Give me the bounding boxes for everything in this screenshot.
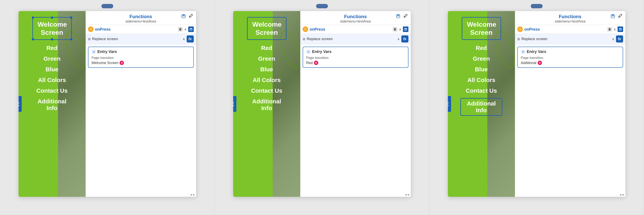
handle-br-1[interactable]	[70, 38, 72, 41]
onpress-icon-1: ⬡	[88, 27, 94, 32]
panel-1: WelcomeScreen Red Green Blue All Colors …	[0, 0, 215, 215]
db-icon2-1[interactable]	[188, 27, 194, 32]
welcome-box-1[interactable]: WelcomeScreen	[32, 17, 72, 40]
replace-screen-row-1[interactable]: ⊞ Replace screen ∧ fx	[86, 34, 196, 44]
menu-contact-3[interactable]: Contact Us	[466, 87, 497, 94]
menu-blue-3[interactable]: Blue	[475, 66, 488, 73]
fx-btn-2[interactable]: fx	[401, 35, 408, 43]
db-icon-1[interactable]	[181, 14, 186, 19]
svg-point-5	[619, 28, 622, 29]
menu-additional-2[interactable]: AdditionalInfo	[252, 98, 281, 111]
device-frame-2: WelcomeScreen Red Green Blue All Colors …	[233, 11, 411, 197]
svg-point-3	[404, 28, 407, 29]
bottom-dots-3	[620, 194, 624, 196]
handle-tc-1[interactable]	[51, 17, 53, 19]
edit-icon-1[interactable]	[188, 14, 193, 19]
left-toggle-3[interactable]	[448, 96, 451, 112]
menu-red-1[interactable]: Red	[46, 45, 58, 51]
replace-screen-row-2[interactable]: ⊞ Replace screen ∧ fx	[300, 34, 411, 44]
entry-vars-section-2: ⊟ Entry Vars Page transition Red ✕	[303, 47, 408, 68]
menu-red-3[interactable]: Red	[476, 45, 487, 51]
fx-btn-3[interactable]: fx	[616, 35, 623, 43]
fx-btn-1[interactable]: fx	[187, 35, 194, 43]
replace-screen-label-3: Replace screen	[522, 37, 610, 41]
red-x-2[interactable]: ✕	[314, 61, 318, 65]
menu-blue-1[interactable]: Blue	[46, 66, 58, 73]
dot-1b	[193, 194, 194, 196]
menu-contact-2[interactable]: Contact Us	[251, 87, 282, 94]
trash-icon-2[interactable]: 🗑	[393, 27, 397, 32]
device-frame-1: WelcomeScreen Red Green Blue All Colors …	[18, 11, 196, 197]
onpress-icon-2: ⬡	[303, 27, 308, 32]
menu-green-1[interactable]: Green	[44, 55, 60, 62]
chevron-icon-2[interactable]: ∧	[399, 28, 401, 31]
menu-blue-2[interactable]: Blue	[260, 66, 273, 73]
functions-title-2: Functions	[344, 14, 367, 19]
entry-vars-section-1: ⊟ Entry Vars Page transition Welcome Scr…	[88, 47, 194, 68]
sidebar-content-3: WelcomeScreen Red Green Blue All Colors …	[448, 11, 515, 118]
red-x-1[interactable]: ✕	[120, 61, 124, 65]
left-toggle-1[interactable]	[18, 96, 22, 112]
sidebar-2: WelcomeScreen Red Green Blue All Colors …	[233, 11, 300, 197]
bottom-dots-1	[190, 194, 194, 196]
functions-header-3: Functions sidemenu>textArea	[515, 11, 626, 25]
menu-additional-1[interactable]: AdditionalInfo	[38, 98, 66, 111]
replace-screen-row-3[interactable]: ⊞ Replace screen ∧ fx	[515, 34, 626, 44]
left-toggle-2[interactable]	[233, 96, 236, 112]
svg-point-0	[182, 15, 185, 16]
entry-vars-title-1: Entry Vars	[98, 49, 117, 54]
functions-panel-1: Functions sidemenu>textArea ⬡ onPress 🗑 …	[86, 11, 196, 197]
bottom-dots-2	[405, 194, 409, 196]
functions-panel-3: Functions sidemenu>textArea ⬡ onPress 🗑 …	[515, 11, 626, 197]
menu-red-2[interactable]: Red	[261, 45, 272, 51]
menu-additional-3[interactable]: AdditionalInfo	[460, 98, 502, 116]
transition-text-2: Red	[306, 61, 313, 65]
edit-icon-2[interactable]	[403, 14, 408, 19]
db-icon-2[interactable]	[396, 14, 400, 19]
page-transition-label-2: Page transition	[306, 56, 405, 60]
menu-contact-1[interactable]: Contact Us	[36, 87, 68, 94]
onpress-label-2: onPress	[310, 27, 391, 32]
chevron-up-1[interactable]: ∧	[183, 37, 185, 41]
page-transition-value-3: Additional ✕	[521, 61, 620, 65]
welcome-text-3: WelcomeScreen	[467, 20, 496, 37]
dot-2a	[405, 194, 407, 196]
top-indicator-1	[102, 4, 113, 8]
menu-allcolors-1[interactable]: All Colors	[38, 77, 66, 83]
red-x-3[interactable]: ✕	[538, 61, 542, 65]
db-icon-3[interactable]	[610, 14, 615, 19]
menu-allcolors-2[interactable]: All Colors	[253, 77, 281, 83]
chevron-icon-1[interactable]: ∧	[184, 28, 187, 31]
functions-header-2: Functions sidemenu>textArea	[300, 11, 411, 25]
functions-title-3: Functions	[559, 14, 582, 19]
menu-green-2[interactable]: Green	[258, 55, 275, 62]
dot-3b	[622, 194, 624, 196]
edit-icon-3[interactable]	[618, 14, 622, 19]
functions-subtitle-3: sidemenu>textArea	[555, 19, 586, 24]
sidebar-content-1: WelcomeScreen Red Green Blue All Colors …	[18, 11, 86, 113]
chevron-icon-3[interactable]: ∧	[614, 28, 616, 31]
sidebar-3: WelcomeScreen Red Green Blue All Colors …	[448, 11, 515, 197]
welcome-text-2: WelcomeScreen	[252, 20, 281, 37]
menu-allcolors-3[interactable]: All Colors	[468, 77, 496, 83]
welcome-box-2[interactable]: WelcomeScreen	[247, 17, 286, 40]
transition-text-1: Welcome Screen	[92, 61, 118, 65]
handle-bl-1[interactable]	[32, 38, 34, 41]
page-transition-value-2: Red ✕	[306, 61, 405, 65]
db-icon2-3[interactable]	[618, 27, 623, 32]
entry-vars-header-3: ⊟ Entry Vars	[521, 49, 620, 54]
handle-tr-1[interactable]	[70, 17, 72, 19]
handle-bc-1[interactable]	[51, 38, 53, 41]
functions-subtitle-2: sidemenu>textArea	[340, 19, 371, 24]
chevron-up-3[interactable]: ∧	[612, 37, 614, 41]
handle-tl-1[interactable]	[32, 17, 34, 19]
db-icon2-2[interactable]	[403, 27, 408, 32]
welcome-text-1: WelcomeScreen	[38, 20, 66, 37]
svg-point-2	[396, 15, 400, 16]
welcome-box-3[interactable]: WelcomeScreen	[462, 17, 501, 40]
trash-icon-1[interactable]: 🗑	[178, 27, 183, 32]
menu-green-3[interactable]: Green	[473, 55, 490, 62]
trash-icon-3[interactable]: 🗑	[607, 27, 612, 32]
chevron-up-2[interactable]: ∧	[397, 37, 400, 41]
entry-vars-title-2: Entry Vars	[312, 49, 332, 54]
